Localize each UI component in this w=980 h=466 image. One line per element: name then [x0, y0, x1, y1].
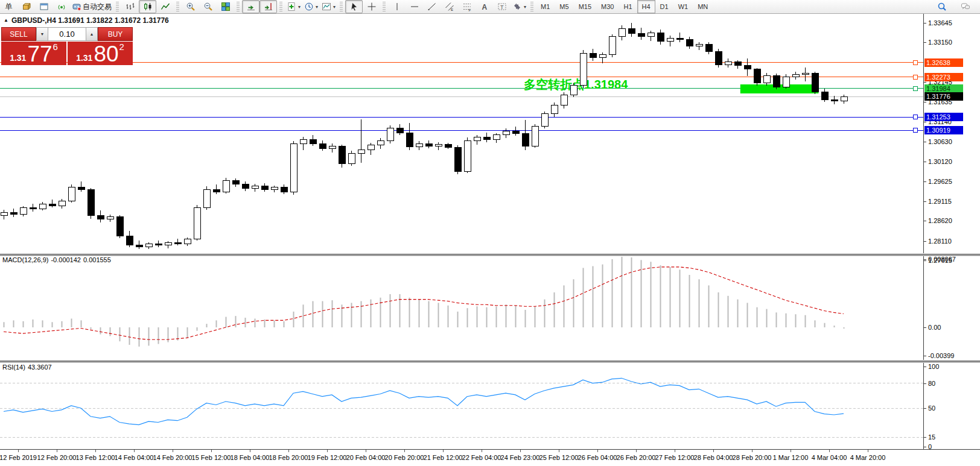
buy-price-display[interactable]: 1.31 80 2	[68, 42, 133, 65]
toolbar-grip-7[interactable]	[530, 2, 533, 11]
chart-shift-button[interactable]	[259, 0, 277, 13]
buy-button[interactable]: BUY	[98, 27, 133, 41]
hline-handle-1.32273[interactable]	[913, 75, 917, 79]
price-tick-label: 1.28620	[928, 217, 952, 224]
chart-window-icon-button[interactable]	[35, 0, 52, 13]
hline-handle-1.32638[interactable]	[913, 60, 917, 65]
toolbar-grip-4[interactable]	[279, 2, 282, 11]
new-order-button[interactable]: 单	[0, 0, 18, 13]
cursor-tool-button[interactable]	[345, 0, 363, 13]
hline-handle-1.31984[interactable]	[913, 86, 917, 90]
timeframe-button-m15[interactable]: M15	[574, 0, 596, 13]
search-button[interactable]	[933, 0, 950, 13]
chat-button[interactable]	[956, 0, 974, 13]
templates-button[interactable]: ▾	[320, 0, 337, 13]
timeframe-button-m5[interactable]: M5	[555, 0, 573, 13]
volume-input[interactable]: 0.10	[48, 27, 86, 41]
timeframe-button-mn[interactable]: MN	[693, 0, 713, 13]
line-chart-button[interactable]	[156, 0, 174, 13]
time-label: 27 Feb 12:00	[655, 454, 695, 461]
trendline-tool-button[interactable]	[423, 0, 441, 13]
timeframe-button-m1[interactable]: M1	[536, 0, 555, 13]
hline-handle-1.31253[interactable]	[913, 115, 917, 119]
axis-tick	[924, 23, 926, 24]
svg-text:E: E	[451, 8, 453, 11]
fibonacci-tool-button[interactable]: F	[458, 0, 476, 13]
auto-scroll-button[interactable]	[242, 0, 259, 13]
axis-tick	[924, 327, 926, 328]
crosshair-tool-button[interactable]	[363, 0, 380, 13]
time-tick	[829, 450, 830, 452]
toolbar-grip-3[interactable]	[237, 2, 240, 11]
text-tool-button[interactable]: A	[476, 0, 493, 13]
text-label-tool-button[interactable]: T	[493, 0, 511, 13]
separator-main-macd[interactable]	[0, 253, 980, 256]
axis-tick	[924, 447, 926, 447]
toolbar-grip-6[interactable]	[383, 2, 386, 11]
candlestick-chart-button[interactable]	[139, 0, 156, 13]
autotrading-button[interactable]: 自动交易	[70, 0, 113, 13]
candle-body	[20, 207, 27, 215]
volume-down-button[interactable]: ▼	[36, 27, 48, 41]
vertical-line-tool-button[interactable]	[388, 0, 406, 13]
toolbar-grip-5[interactable]	[340, 2, 343, 11]
rsi-axis-80: 80	[928, 380, 935, 387]
sell-button[interactable]: SELL	[1, 27, 36, 41]
time-tick	[288, 450, 289, 452]
arrows-tool-button[interactable]: ▾	[511, 0, 528, 13]
candle-body	[609, 37, 616, 55]
timeframe-button-d1[interactable]: D1	[655, 0, 673, 13]
candle-body	[445, 145, 451, 148]
buy-price-small: 1.31	[76, 53, 92, 64]
candle-body	[88, 189, 94, 216]
candle-body	[39, 204, 46, 209]
equidistant-channel-tool-button[interactable]: E	[441, 0, 458, 13]
horizontal-line-tool-button[interactable]	[406, 0, 423, 13]
time-label: 21 Feb 12:00	[424, 454, 463, 461]
hline-handle-1.30919[interactable]	[913, 128, 917, 133]
candle-body	[580, 53, 587, 86]
price-badge-1.32273: 1.32273	[924, 73, 963, 81]
buy-price-sup: 2	[119, 42, 124, 51]
timeframe-button-h1[interactable]: H1	[619, 0, 637, 13]
candle-body	[754, 69, 760, 83]
zoom-out-button[interactable]	[199, 0, 217, 13]
chart-canvas[interactable]: 多空转折点1.31984	[0, 0, 923, 466]
axis-tick	[924, 367, 926, 367]
separator-macd-rsi[interactable]	[0, 360, 980, 363]
candle-body	[503, 131, 509, 135]
candle-body	[1, 212, 7, 216]
price-axis[interactable]: 1.33645 1.33150 1.32145 1.31635 1.31140 …	[923, 13, 980, 449]
time-label: 13 Feb 12:00	[76, 454, 115, 461]
candle-body	[290, 143, 297, 192]
periods-button[interactable]: ▾	[302, 0, 320, 13]
gold-box-icon-button[interactable]	[18, 0, 35, 13]
time-axis[interactable]: 12 Feb 2019 12 Feb 20:00 13 Feb 12:00 14…	[0, 450, 923, 466]
candle-body	[68, 187, 75, 201]
time-tick	[443, 450, 444, 452]
timeframe-button-w1[interactable]: W1	[673, 0, 693, 13]
toolbar-grip-2[interactable]	[176, 2, 179, 11]
tile-windows-button[interactable]	[217, 0, 234, 13]
time-tick	[791, 450, 791, 452]
candle-body	[10, 212, 17, 215]
bar-chart-button[interactable]	[121, 0, 139, 13]
timeframe-button-h4[interactable]: H4	[637, 0, 655, 13]
time-tick	[327, 450, 328, 452]
toolbar-grip-1[interactable]	[116, 2, 119, 11]
signal-icon-button[interactable]	[52, 0, 70, 13]
candle-body	[841, 96, 847, 101]
buy-price-big: 80	[94, 45, 118, 63]
candle-body	[773, 76, 780, 87]
collapse-triangle-icon[interactable]: ▲	[4, 18, 8, 23]
time-label: 12 Feb 2019	[0, 454, 37, 461]
candle-body	[232, 180, 239, 184]
indicators-button[interactable]: ▾	[285, 0, 302, 13]
candle-body	[184, 239, 191, 244]
time-tick	[211, 450, 212, 452]
volume-up-button[interactable]: ▲	[86, 27, 98, 41]
candle-body	[474, 137, 480, 140]
timeframe-button-m30[interactable]: M30	[596, 0, 619, 13]
sell-price-display[interactable]: 1.31 77 6	[1, 42, 66, 65]
zoom-in-button[interactable]	[182, 0, 199, 13]
